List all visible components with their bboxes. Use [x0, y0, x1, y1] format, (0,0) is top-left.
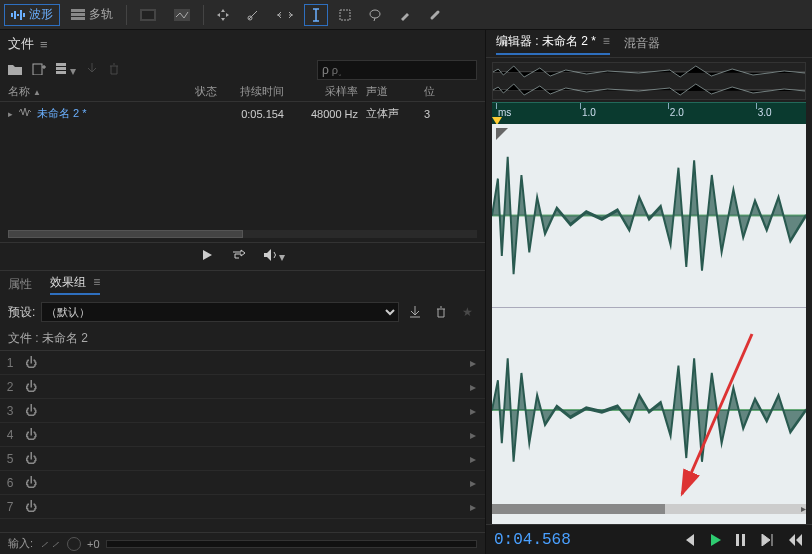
chevron-right-icon[interactable]: ▸ — [461, 428, 485, 442]
left-pane: 文件 ≡ ▾ ρ 名称 状态 持续时间 采样率 声道 位 ▸未命名 2 * — [0, 30, 486, 554]
power-icon[interactable]: ⏻ — [20, 476, 42, 490]
lasso-tool-button[interactable] — [362, 4, 388, 26]
scrollbar-thumb[interactable] — [8, 230, 243, 238]
file-name-label: 未命名 2 — [42, 330, 88, 347]
time-select-tool-button[interactable] — [304, 4, 328, 26]
favorite-preset-icon: ★ — [457, 302, 477, 322]
power-icon[interactable]: ⏻ — [20, 404, 42, 418]
save-preset-icon[interactable] — [405, 302, 425, 322]
svg-rect-0 — [11, 13, 13, 17]
chevron-right-icon[interactable]: ▸ — [461, 476, 485, 490]
waveform-view-label: 波形 — [29, 6, 53, 23]
marquee-tool-button[interactable] — [332, 4, 358, 26]
ruler-unit: ms — [498, 107, 511, 118]
trash-icon — [108, 63, 120, 78]
go-end-button[interactable] — [760, 534, 774, 546]
waveform-left-channel — [492, 124, 806, 308]
tab-mixer[interactable]: 混音器 — [624, 35, 660, 52]
files-mini-toolbar: ▾ ρ — [0, 58, 485, 82]
delete-preset-icon[interactable] — [431, 302, 451, 322]
power-icon[interactable]: ⏻ — [20, 452, 42, 466]
play-button[interactable] — [710, 533, 722, 547]
col-name[interactable]: 名称 — [8, 84, 186, 99]
search-input[interactable] — [332, 64, 472, 76]
spectral-freq-button[interactable] — [133, 4, 163, 26]
tab-editor[interactable]: 编辑器 : 未命名 2 * ≡ — [496, 33, 610, 55]
pause-button[interactable] — [736, 534, 746, 546]
power-icon[interactable]: ⏻ — [20, 500, 42, 514]
slip-icon — [277, 9, 293, 21]
file-duration: 0:05.154 — [226, 108, 292, 120]
waveform-view-button[interactable]: 波形 — [4, 4, 60, 26]
file-row[interactable]: ▸未命名 2 * 0:05.154 48000 Hz 立体声 3 — [8, 104, 477, 123]
search-box[interactable]: ρ — [317, 60, 477, 80]
fx-slot[interactable]: 5⏻▸ — [0, 447, 485, 471]
input-meter — [106, 540, 477, 548]
svg-rect-17 — [56, 71, 66, 74]
heal-tool-button[interactable] — [422, 4, 448, 26]
waveform-display[interactable]: ◂ ▸ — [492, 124, 806, 524]
scrollbar-thumb[interactable] — [492, 504, 665, 514]
expand-icon[interactable]: ▸ — [8, 109, 13, 119]
panel-menu-icon[interactable]: ≡ — [40, 37, 48, 52]
chevron-right-icon[interactable]: ▸ — [461, 452, 485, 466]
col-status[interactable]: 状态 — [186, 84, 226, 99]
loop-button[interactable] — [231, 249, 245, 264]
autoplay-button[interactable]: ▾ — [263, 249, 285, 264]
top-toolbar: 波形 多轨 — [0, 0, 812, 30]
fx-slot-number: 1 — [0, 356, 20, 370]
move-tool-button[interactable] — [210, 4, 236, 26]
pitch-icon — [174, 9, 190, 21]
power-icon[interactable]: ⏻ — [20, 356, 42, 370]
overview-waveform[interactable] — [492, 62, 806, 100]
fx-slot[interactable]: 6⏻▸ — [0, 471, 485, 495]
rewind-button[interactable] — [788, 534, 804, 546]
open-file-icon[interactable] — [8, 63, 22, 78]
fx-slot[interactable]: 2⏻▸ — [0, 375, 485, 399]
fx-slot[interactable]: 1⏻▸ — [0, 351, 485, 375]
chevron-right-icon[interactable]: ▸ — [461, 500, 485, 514]
multitrack-view-button[interactable]: 多轨 — [64, 4, 120, 26]
tab-editor-file: 未命名 2 * — [542, 34, 596, 48]
input-row: 输入: ⟋⟋ +0 — [0, 532, 485, 554]
fx-slot[interactable]: 7⏻▸ — [0, 495, 485, 519]
file-channels: 立体声 — [366, 106, 424, 121]
fx-slot-number: 4 — [0, 428, 20, 442]
slip-tool-button[interactable] — [270, 4, 300, 26]
col-channels[interactable]: 声道 — [366, 84, 424, 99]
power-icon[interactable]: ⏻ — [20, 428, 42, 442]
timecode: 0:04.568 — [494, 531, 571, 549]
tab-properties[interactable]: 属性 — [8, 276, 32, 293]
chevron-right-icon[interactable]: ▸ — [461, 356, 485, 370]
svg-rect-4 — [23, 13, 25, 17]
new-file-icon[interactable] — [32, 63, 46, 78]
editor-hscroll[interactable]: ◂ ▸ — [492, 504, 806, 514]
chevron-right-icon[interactable]: ▸ — [461, 404, 485, 418]
svg-point-13 — [370, 10, 380, 18]
fx-slot[interactable]: 4⏻▸ — [0, 423, 485, 447]
razor-tool-button[interactable] — [240, 4, 266, 26]
play-button[interactable] — [201, 249, 213, 264]
gain-knob[interactable] — [67, 537, 81, 551]
new-multitrack-icon[interactable]: ▾ — [56, 63, 76, 78]
fx-slot[interactable]: 3⏻▸ — [0, 399, 485, 423]
col-duration[interactable]: 持续时间 — [226, 84, 292, 99]
chevron-right-icon[interactable]: ▸ — [461, 380, 485, 394]
scroll-right-icon[interactable]: ▸ — [798, 504, 806, 514]
file-table-header: 名称 状态 持续时间 采样率 声道 位 — [0, 82, 485, 102]
ruler-tick: 2.0 — [670, 107, 684, 118]
panel-menu-icon[interactable]: ≡ — [603, 34, 610, 48]
panel-menu-icon[interactable]: ≡ — [93, 275, 100, 289]
col-sample-rate[interactable]: 采样率 — [292, 84, 366, 99]
toolbar-sep — [203, 5, 204, 25]
spectral-pitch-button[interactable] — [167, 4, 197, 26]
file-list-hscroll[interactable] — [8, 230, 477, 238]
preset-select[interactable]: （默认） — [41, 302, 399, 322]
go-start-button[interactable] — [682, 534, 696, 546]
col-bit-depth[interactable]: 位 — [424, 84, 477, 99]
tab-effects[interactable]: 效果组 ≡ — [50, 274, 100, 295]
brush-tool-button[interactable] — [392, 4, 418, 26]
power-icon[interactable]: ⏻ — [20, 380, 42, 394]
tab-editor-prefix: 编辑器 : — [496, 34, 539, 48]
time-ruler[interactable]: ms 1.0 2.0 3.0 — [492, 102, 806, 124]
